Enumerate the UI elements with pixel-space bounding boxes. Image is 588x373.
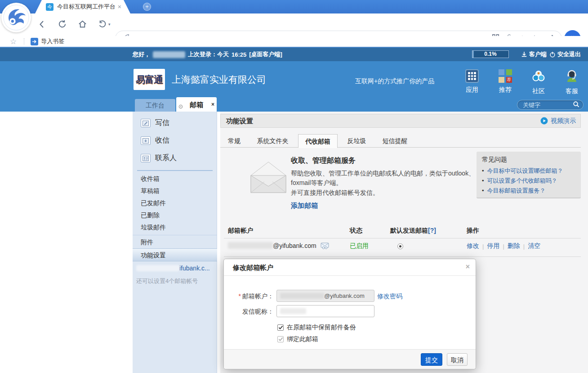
faq-box: 常见问题 •今目标中可以设置哪些邮箱？ •可以设置多个代收邮箱吗？ •今目标邮箱… bbox=[477, 152, 581, 198]
storage-progress-bar: 0.1% bbox=[472, 50, 509, 58]
dialog-header: 修改邮箱帐户 × bbox=[224, 259, 476, 276]
header-nav: 应用 荐 推荐 社区 客服 bbox=[460, 69, 584, 95]
dialog-close-icon[interactable]: × bbox=[466, 263, 470, 271]
nickname-field[interactable] bbox=[276, 305, 374, 317]
add-mailbox-link[interactable]: 添加邮箱 bbox=[291, 202, 318, 210]
faq-link[interactable]: 可以设置多个代收邮箱吗？ bbox=[487, 176, 557, 186]
sidebar-folder-junk[interactable]: 垃圾邮件 bbox=[141, 224, 166, 232]
tab-general[interactable]: 常规 bbox=[221, 134, 247, 148]
reload-icon[interactable] bbox=[58, 19, 67, 29]
keep-copy-label: 在原邮箱中保留邮件备份 bbox=[287, 324, 356, 332]
company-logo: 易富通 bbox=[134, 69, 165, 90]
search-icon[interactable] bbox=[573, 101, 579, 109]
faq-item[interactable]: •可以设置多个代收邮箱吗？ bbox=[482, 176, 575, 186]
download-icon bbox=[521, 51, 527, 58]
home-icon[interactable] bbox=[78, 19, 87, 29]
default-send-radio[interactable] bbox=[397, 243, 403, 249]
bookmarks-bar: ☆ 导入书签 bbox=[0, 36, 588, 48]
undo-icon[interactable]: ▾ bbox=[98, 20, 111, 29]
sidebar-folder-drafts[interactable]: 草稿箱 bbox=[141, 187, 160, 195]
sidebar-attachments[interactable]: 附件 bbox=[141, 238, 153, 247]
nav-label: 客服 bbox=[566, 87, 578, 95]
nav-item-support[interactable]: 客服 bbox=[560, 69, 584, 95]
nav-item-community[interactable]: 社区 bbox=[527, 69, 550, 95]
client-label: 客户端 bbox=[529, 50, 547, 58]
tab-sms-remind[interactable]: 短信提醒 bbox=[376, 134, 414, 148]
keyword-search-box[interactable] bbox=[517, 100, 584, 110]
help-icon[interactable]: [?] bbox=[428, 227, 436, 234]
last-login-time: 16:25 bbox=[232, 51, 246, 58]
sidebar-folder-sent[interactable]: 已发邮件 bbox=[141, 199, 166, 207]
compose-icon bbox=[141, 119, 151, 127]
sidebar-folder-inbox[interactable]: 收件箱 bbox=[141, 175, 160, 183]
browser-logo-icon[interactable] bbox=[1, 3, 31, 32]
tab-mailbox[interactable]: 邮箱 × bbox=[176, 97, 217, 112]
sidebar-settings-selected[interactable]: 功能设置 bbox=[133, 248, 217, 261]
screen: 今 今目标互联网工作平台 × + ▾ web.jingoal.com/mgt/i… bbox=[0, 0, 588, 373]
action-clear[interactable]: 清空 bbox=[528, 242, 540, 250]
tab-close-icon[interactable]: × bbox=[118, 3, 121, 10]
recommend-badge: 荐 bbox=[506, 77, 512, 83]
nav-item-apps[interactable]: 应用 bbox=[460, 69, 484, 95]
email-field-value: @yifubank.com bbox=[324, 292, 365, 299]
action-separator: | bbox=[482, 243, 484, 250]
action-edit[interactable]: 修改 bbox=[467, 242, 479, 250]
search-input[interactable] bbox=[523, 102, 573, 108]
action-delete[interactable]: 删除 bbox=[508, 242, 520, 250]
new-tab-button[interactable]: + bbox=[143, 3, 151, 11]
logout-link[interactable]: 安全退出 bbox=[549, 48, 581, 61]
sidebar-divider bbox=[133, 235, 217, 235]
sidebar-folder-deleted[interactable]: 已删除 bbox=[141, 211, 160, 220]
redacted-email-prefix bbox=[228, 242, 273, 249]
tab-workbench[interactable]: 工作台 bbox=[135, 99, 175, 112]
action-disable[interactable]: 停用 bbox=[487, 242, 499, 250]
tab-title: 今目标互联网工作平台 bbox=[57, 3, 115, 11]
col-header-default-send: 默认发送邮箱[?] bbox=[390, 227, 436, 235]
sidebar-account-email[interactable]: ifubank.c... bbox=[136, 265, 210, 272]
mail-account-icon bbox=[321, 243, 329, 249]
tab-pop-mailbox-active[interactable]: 代收邮箱 bbox=[298, 134, 338, 148]
faq-link[interactable]: 今目标中可以设置哪些邮箱？ bbox=[487, 166, 563, 176]
nickname-field-label: 发信昵称： bbox=[224, 308, 274, 316]
browser-tab[interactable]: 今 今目标互联网工作平台 × bbox=[35, 0, 130, 13]
faq-link[interactable]: 今目标邮箱设置服务？ bbox=[487, 186, 546, 196]
table-divider bbox=[224, 256, 581, 257]
sidebar-contacts[interactable]: 联系人 bbox=[141, 153, 177, 163]
play-icon bbox=[540, 117, 548, 125]
company-logo-text: 易富通 bbox=[136, 73, 163, 86]
back-icon[interactable] bbox=[38, 20, 47, 29]
action-separator: | bbox=[523, 243, 525, 250]
sidebar-receive[interactable]: 收信 bbox=[141, 136, 169, 145]
last-login-suffix: [桌面客户端] bbox=[249, 50, 282, 58]
greeting-text: 您好， bbox=[133, 50, 150, 58]
bookmarks-star-icon[interactable]: ☆ bbox=[10, 37, 17, 46]
change-password-link[interactable]: 修改密码 bbox=[377, 292, 402, 301]
dialog-title: 修改邮箱帐户 bbox=[233, 264, 273, 271]
panel-title: 功能设置 bbox=[226, 117, 253, 125]
import-bookmarks-label: 导入书签 bbox=[41, 37, 64, 45]
tab-antispam[interactable]: 反垃圾 bbox=[340, 134, 373, 148]
keep-copy-option[interactable]: 在原邮箱中保留邮件备份 bbox=[277, 324, 356, 332]
tab-close-icon[interactable]: × bbox=[211, 97, 214, 112]
video-demo-link[interactable]: 视频演示 bbox=[540, 114, 576, 127]
receive-label: 收信 bbox=[155, 136, 169, 145]
tab-mailbox-label: 邮箱 bbox=[190, 101, 203, 108]
nav-item-recommend[interactable]: 荐 推荐 bbox=[494, 69, 517, 95]
compose-label: 写信 bbox=[155, 118, 169, 128]
envelope-illustration bbox=[247, 158, 290, 197]
email-field-label: *邮箱帐户： bbox=[224, 292, 274, 301]
tab-system-folders[interactable]: 系统文件夹 bbox=[250, 134, 295, 148]
client-download-link[interactable]: 客户端 bbox=[521, 48, 547, 61]
cancel-button[interactable]: 取消 bbox=[447, 353, 468, 366]
contacts-label: 联系人 bbox=[155, 153, 177, 163]
header-slogan: 互联网+的方式推广你的产品 bbox=[355, 77, 434, 85]
sidebar-compose[interactable]: 写信 bbox=[141, 118, 169, 128]
import-bookmarks-button[interactable]: 导入书签 bbox=[31, 37, 64, 45]
bullet: • bbox=[482, 176, 484, 186]
sidebar-quota-note: 还可以设置4个邮箱帐号 bbox=[136, 277, 198, 285]
faq-item[interactable]: •今目标邮箱设置服务？ bbox=[482, 186, 575, 196]
checkbox-checked-icon[interactable] bbox=[277, 324, 284, 331]
submit-button[interactable]: 提交 bbox=[421, 353, 442, 366]
site-header: 易富通 上海懿富实业有限公司 互联网+的方式推广你的产品 应用 荐 推荐 社区 … bbox=[0, 61, 588, 112]
faq-item[interactable]: •今目标中可以设置哪些邮箱？ bbox=[482, 166, 575, 176]
